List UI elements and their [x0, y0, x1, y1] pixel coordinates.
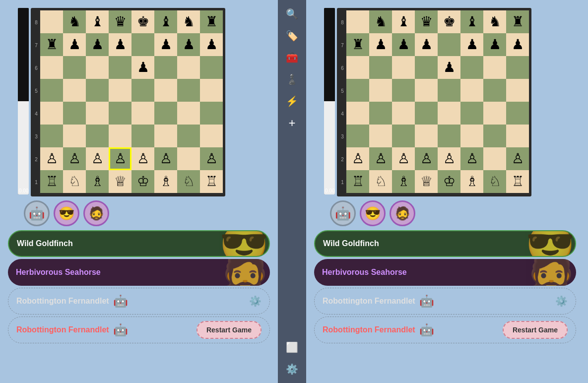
chess-square[interactable] — [506, 79, 529, 102]
chess-square[interactable]: ♜ — [40, 33, 63, 56]
chess-square[interactable] — [63, 56, 86, 79]
chess-square[interactable] — [483, 102, 506, 125]
chess-square[interactable]: ♙ — [86, 147, 109, 170]
chess-square[interactable] — [177, 147, 200, 170]
chess-square[interactable]: ♖ — [346, 170, 369, 193]
chess-square[interactable]: ♟ — [438, 56, 460, 79]
chess-square[interactable]: ♙ — [109, 147, 131, 170]
chess-square[interactable] — [438, 125, 460, 147]
chess-square[interactable] — [40, 102, 63, 125]
chess-square[interactable] — [392, 56, 415, 79]
chess-square[interactable]: ♟ — [131, 56, 154, 79]
right-restart-button[interactable]: Restart Game — [503, 321, 568, 339]
chess-square[interactable] — [369, 79, 392, 102]
chess-square[interactable] — [154, 56, 177, 79]
chess-square[interactable] — [40, 10, 63, 33]
chess-square[interactable] — [40, 125, 63, 147]
chess-square[interactable] — [86, 79, 109, 102]
chess-square[interactable]: ♙ — [506, 147, 529, 170]
chess-square[interactable] — [109, 125, 131, 147]
chess-square[interactable] — [154, 125, 177, 147]
settings-icon[interactable]: ⚙️ — [283, 360, 301, 378]
chess-square[interactable]: ♟ — [392, 33, 415, 56]
chess-square[interactable]: ♙ — [460, 147, 483, 170]
chess-square[interactable] — [346, 10, 369, 33]
chess-square[interactable]: ♘ — [177, 170, 200, 193]
chess-square[interactable]: ♟ — [63, 33, 86, 56]
chess-square[interactable]: ♔ — [438, 170, 460, 193]
chess-square[interactable] — [438, 102, 460, 125]
chess-square[interactable] — [200, 125, 223, 147]
chess-square[interactable] — [177, 102, 200, 125]
chess-square[interactable] — [346, 125, 369, 147]
add-icon[interactable]: + — [288, 116, 295, 130]
chess-square[interactable] — [86, 125, 109, 147]
chess-square[interactable] — [63, 79, 86, 102]
chess-square[interactable]: ♟ — [154, 33, 177, 56]
chess-square[interactable]: ♞ — [483, 10, 506, 33]
chess-square[interactable] — [131, 79, 154, 102]
chess-square[interactable] — [154, 102, 177, 125]
chess-square[interactable]: ♙ — [346, 147, 369, 170]
chess-square[interactable]: ♝ — [392, 10, 415, 33]
chess-square[interactable]: ♟ — [109, 33, 131, 56]
left-gear-icon[interactable]: ⚙️ — [249, 295, 261, 307]
chess-square[interactable] — [369, 102, 392, 125]
chess-square[interactable] — [131, 102, 154, 125]
chess-square[interactable]: ♟ — [483, 33, 506, 56]
chess-square[interactable]: ♙ — [40, 147, 63, 170]
chess-square[interactable] — [109, 102, 131, 125]
chess-square[interactable] — [506, 56, 529, 79]
chess-square[interactable]: ♛ — [109, 10, 131, 33]
chess-square[interactable]: ♙ — [369, 147, 392, 170]
chess-square[interactable] — [40, 56, 63, 79]
chess-square[interactable] — [483, 79, 506, 102]
chess-square[interactable] — [200, 56, 223, 79]
chess-square[interactable] — [483, 147, 506, 170]
chess-square[interactable]: ♖ — [40, 170, 63, 193]
chess-square[interactable]: ♟ — [200, 33, 223, 56]
chess-square[interactable] — [483, 125, 506, 147]
chess-square[interactable] — [392, 79, 415, 102]
chess-square[interactable] — [415, 56, 438, 79]
chess-square[interactable] — [392, 102, 415, 125]
chess-square[interactable] — [346, 56, 369, 79]
chess-square[interactable] — [460, 125, 483, 147]
chess-square[interactable]: ♜ — [506, 10, 529, 33]
chess-square[interactable]: ♙ — [200, 147, 223, 170]
chess-icon[interactable]: ♟️ — [283, 70, 301, 88]
chess-square[interactable] — [86, 102, 109, 125]
chess-square[interactable] — [460, 79, 483, 102]
chess-square[interactable]: ♞ — [369, 10, 392, 33]
chess-square[interactable]: ♛ — [415, 10, 438, 33]
chess-square[interactable]: ♚ — [131, 10, 154, 33]
chess-square[interactable]: ♖ — [506, 170, 529, 193]
chess-square[interactable] — [40, 79, 63, 102]
chess-square[interactable]: ♗ — [154, 170, 177, 193]
chess-square[interactable]: ♟ — [506, 33, 529, 56]
chess-square[interactable]: ♚ — [438, 10, 460, 33]
chess-square[interactable] — [369, 56, 392, 79]
left-chess-board[interactable]: ♞♝♛♚♝♞♜♜♟♟♟♟♟♟♟♙♙♙♙♙♙♙♖♘♗♕♔♗♘♖ — [40, 10, 223, 194]
chess-square[interactable] — [346, 79, 369, 102]
chess-square[interactable]: ♙ — [154, 147, 177, 170]
chess-square[interactable]: ♙ — [415, 147, 438, 170]
chess-square[interactable]: ♙ — [131, 147, 154, 170]
chess-square[interactable]: ♟ — [415, 33, 438, 56]
chess-square[interactable]: ♞ — [177, 10, 200, 33]
chess-square[interactable] — [392, 125, 415, 147]
chess-square[interactable] — [415, 79, 438, 102]
chess-square[interactable]: ♘ — [483, 170, 506, 193]
chess-square[interactable] — [438, 79, 460, 102]
chess-square[interactable] — [200, 102, 223, 125]
chess-square[interactable] — [460, 56, 483, 79]
chess-square[interactable] — [438, 33, 460, 56]
chess-square[interactable] — [506, 125, 529, 147]
chess-square[interactable]: ♕ — [109, 170, 131, 193]
chess-square[interactable]: ♘ — [369, 170, 392, 193]
right-gear-icon[interactable]: ⚙️ — [555, 295, 568, 307]
chess-square[interactable]: ♟ — [460, 33, 483, 56]
chess-square[interactable]: ♝ — [86, 10, 109, 33]
chess-square[interactable]: ♜ — [200, 10, 223, 33]
lightning-icon[interactable]: ⚡ — [283, 92, 301, 110]
